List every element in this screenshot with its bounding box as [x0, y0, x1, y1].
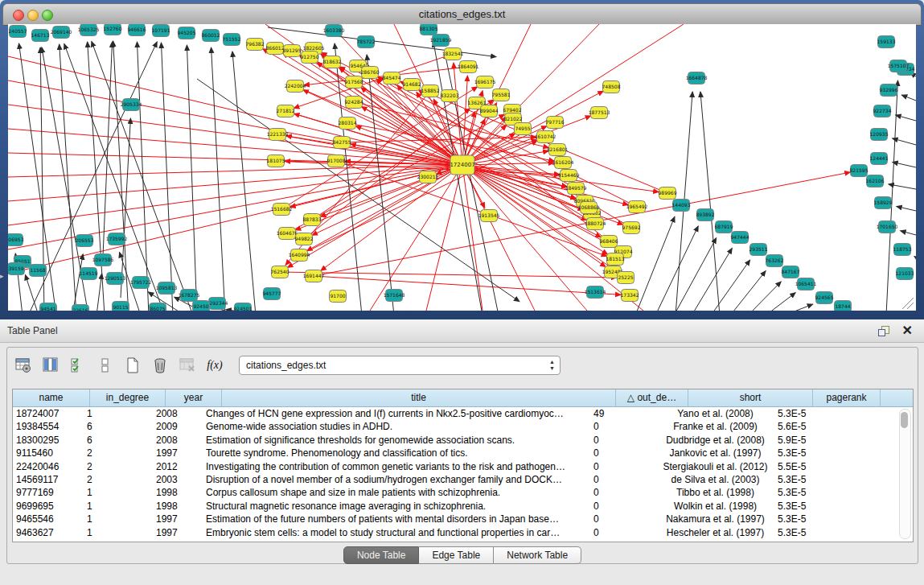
tab-edge-table[interactable]: Edge Table [419, 546, 494, 564]
tab-network-table[interactable]: Network Table [494, 546, 581, 564]
graph-node[interactable]: 1795722 [130, 277, 152, 289]
graph-node[interactable]: 158852 [421, 85, 440, 97]
graph-node[interactable]: 891295 [283, 45, 302, 57]
graph-node[interactable]: 280314 [339, 117, 357, 130]
graph-node[interactable]: 92450 [193, 301, 210, 313]
graph-node[interactable]: 107191 [152, 25, 170, 37]
graph-node[interactable]: 1921859 [430, 35, 452, 47]
graph-node[interactable]: 114519 [80, 268, 98, 280]
graph-node[interactable]: 8216801 [547, 144, 569, 156]
graph-node[interactable]: 968406 [600, 236, 618, 248]
graph-node[interactable]: 818632 [323, 56, 342, 68]
column-header-short[interactable]: short [688, 389, 813, 406]
graph-node[interactable]: 1513614 [585, 286, 606, 299]
graph-node[interactable]: 922734 [873, 105, 892, 117]
column-header-in_degree[interactable]: in_degree [90, 389, 166, 406]
graph-node[interactable]: 917568 [345, 76, 363, 89]
graph-node[interactable]: 832203 [441, 90, 459, 102]
graph-node[interactable]: 860012 [202, 30, 220, 42]
table-row[interactable]: 1872400712008Changes of HCN gene express… [13, 407, 913, 420]
table-row[interactable]: 946554611997Estimation of the future num… [13, 513, 913, 525]
scrollbar-thumb[interactable] [901, 412, 908, 428]
graph-node[interactable]: 887833 [303, 214, 322, 226]
graph-node[interactable]: 748508 [602, 81, 621, 93]
table-row[interactable]: 911546021997Tourette syndrome. Phenomeno… [13, 447, 913, 459]
graph-node[interactable]: 1095813 [156, 282, 178, 295]
graph-node[interactable]: 797716 [546, 117, 565, 129]
graph-node[interactable]: 1097586 [92, 254, 114, 266]
tab-node-table[interactable]: Node Table [343, 546, 420, 564]
graph-node[interactable]: 162106 [866, 175, 885, 187]
graph-node[interactable]: 1610742 [535, 131, 556, 143]
graph-node[interactable]: 762540 [271, 266, 290, 278]
unselect-rows-icon[interactable] [94, 354, 117, 377]
graph-node[interactable]: 946616 [128, 24, 146, 36]
graph-node[interactable]: 18744 [835, 301, 852, 313]
column-header-pagerank[interactable]: pagerank [813, 389, 881, 406]
graph-node[interactable]: 1678275 [179, 290, 200, 302]
graph-node[interactable]: 1571648 [384, 290, 405, 302]
graph-node[interactable]: 2242004 [285, 80, 306, 93]
graph-node[interactable]: 1691447 [303, 270, 325, 282]
graph-node[interactable]: 1290513 [105, 273, 126, 285]
column-header-year[interactable]: year [166, 389, 222, 406]
graph-node[interactable]: 124441 [870, 153, 889, 165]
graph-node[interactable]: 25225 [618, 272, 634, 284]
graph-node[interactable]: 74955 [515, 123, 532, 135]
graph-node[interactable]: 1701650 [877, 221, 898, 233]
graph-node[interactable]: 144093 [672, 200, 691, 212]
graph-node[interactable]: 1640994 [289, 249, 310, 262]
graph-node[interactable]: 842755 [333, 137, 351, 149]
graph-node[interactable]: 2905334 [121, 99, 142, 111]
graph-node[interactable]: 271812 [277, 105, 295, 117]
network-canvas[interactable]: 2405571467132069140106532515276094661610… [0, 0, 924, 319]
graph-node[interactable]: 881305 [420, 23, 438, 35]
graph-node[interactable]: 932996 [880, 84, 898, 97]
graph-node[interactable]: 1724007 [450, 155, 474, 175]
graph-node[interactable]: 1832541 [442, 48, 464, 60]
graph-node[interactable]: 286760 [361, 67, 380, 79]
graph-node[interactable]: 181075 [267, 155, 285, 167]
graph-node[interactable]: 206953 [6, 234, 24, 246]
graph-node[interactable]: 173342 [621, 290, 639, 302]
float-panel-icon[interactable] [878, 326, 889, 336]
table-row[interactable]: 969969511998Structural magnetic resonanc… [13, 500, 913, 513]
table-row[interactable]: 1830029562008Estimation of significance … [13, 434, 913, 447]
delete-column-icon[interactable] [149, 354, 171, 377]
graph-node[interactable]: 1065411 [795, 278, 817, 290]
graph-node[interactable]: 1849579 [565, 183, 587, 195]
graph-node[interactable]: 1735992 [106, 233, 128, 245]
graph-node[interactable]: 2300211 [417, 171, 439, 183]
graph-node[interactable]: 22616 [72, 305, 89, 317]
graph-node[interactable]: 121033 [896, 268, 914, 280]
graph-node[interactable]: 1575107 [888, 60, 910, 72]
graph-node[interactable]: 240557 [9, 26, 27, 38]
graph-node[interactable]: 1616204 [552, 157, 574, 169]
graph-node[interactable]: 975692 [622, 222, 641, 234]
graph-node[interactable]: 86075 [150, 303, 166, 315]
select-columns-icon[interactable] [39, 354, 62, 377]
graph-node[interactable]: 94541 [40, 303, 57, 315]
collapse-panel-handle[interactable]: ▸ [0, 272, 4, 280]
graph-node[interactable]: 924565 [815, 292, 834, 304]
graph-node[interactable]: 39159 [8, 263, 25, 275]
graph-node[interactable]: 1068860 [578, 202, 600, 214]
graph-node[interactable]: 924501 [234, 303, 253, 315]
graph-node[interactable]: 1696175 [474, 76, 496, 89]
graph-node[interactable]: 1221339 [267, 129, 289, 141]
close-panel-icon[interactable]: ✕ [902, 323, 913, 338]
table-select-combo[interactable]: citations_edges.txt ▲▼ [239, 356, 561, 375]
new-column-icon[interactable] [121, 354, 144, 377]
graph-node[interactable]: 118753 [893, 244, 912, 256]
table-settings-icon[interactable] [12, 354, 35, 377]
graph-node[interactable]: 2069140 [51, 27, 72, 39]
vertical-scrollbar[interactable] [899, 409, 911, 539]
graph-node[interactable]: 1913545 [478, 210, 500, 222]
table-row[interactable]: 946362711997Embryonic stem cells: a mode… [13, 526, 913, 539]
graph-node[interactable]: 945205 [178, 27, 196, 39]
graph-node[interactable]: 1603380 [323, 25, 345, 37]
graph-node[interactable]: 91700 [330, 290, 347, 303]
graph-node[interactable]: 924284 [345, 97, 363, 109]
graph-node[interactable]: 989969 [659, 187, 677, 200]
graph-node[interactable]: 1516682 [271, 204, 293, 216]
